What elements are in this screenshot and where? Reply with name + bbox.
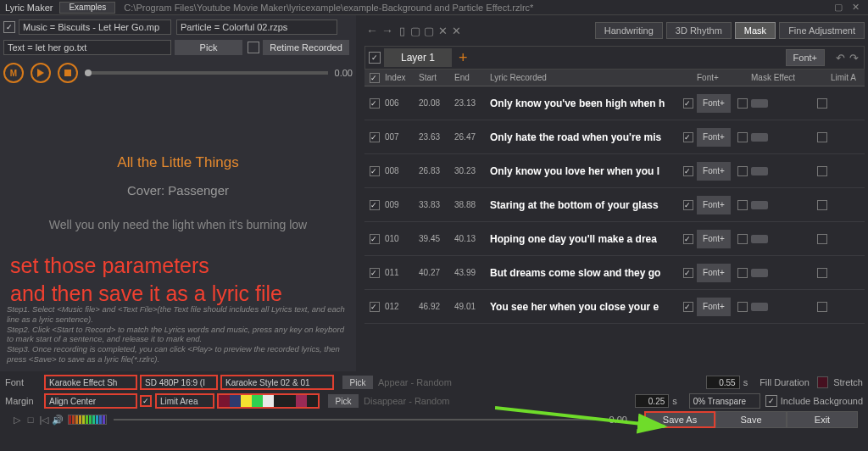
font-plus-button[interactable]: Font+	[697, 196, 731, 214]
exit-button[interactable]: Exit	[787, 411, 858, 428]
playbar-play-icon[interactable]: ▷	[10, 415, 24, 426]
row-checkbox[interactable]	[370, 268, 380, 278]
font-checkbox[interactable]	[683, 98, 693, 109]
save-button[interactable]: Save	[715, 411, 787, 428]
forward-arrow-icon[interactable]: →	[380, 24, 395, 37]
window-controls[interactable]: ▢ ✕	[834, 2, 863, 13]
color-swatch[interactable]	[263, 395, 274, 407]
table-row[interactable]: 00723.6326.47Only hate the road when you…	[364, 120, 865, 154]
row-checkbox[interactable]	[370, 200, 380, 210]
mask-swatch[interactable]	[751, 99, 768, 108]
mask-checkbox[interactable]	[737, 302, 748, 312]
progress-slider[interactable]	[85, 71, 328, 75]
align-dropdown[interactable]: Align Center	[44, 393, 137, 409]
play-button[interactable]	[31, 63, 51, 83]
marker-button[interactable]: M	[3, 63, 24, 83]
clear2-icon[interactable]: ✕	[449, 25, 463, 37]
table-row[interactable]: 00826.8330.23Only know you love her when…	[364, 154, 865, 188]
playbar-stop-icon[interactable]: □	[24, 415, 37, 425]
limit-checkbox[interactable]	[817, 200, 827, 210]
mask-swatch[interactable]	[751, 235, 768, 243]
redo-icon[interactable]: ↷	[847, 52, 860, 64]
pick-disappear-button[interactable]: Pick	[328, 394, 359, 408]
font-checkbox[interactable]	[683, 166, 693, 176]
fill-color-swatch[interactable]	[817, 376, 828, 388]
mask-checkbox[interactable]	[737, 268, 748, 278]
save-as-button[interactable]: Save As	[644, 411, 715, 428]
playbar-slider[interactable]	[114, 419, 603, 420]
clear-icon[interactable]: ✕	[436, 25, 449, 37]
add-layer-icon[interactable]: +	[459, 49, 468, 67]
appear-duration-input[interactable]	[706, 376, 740, 389]
karaoke-effect-dropdown[interactable]: Karaoke Effect Sh	[44, 375, 137, 390]
font-checkbox[interactable]	[683, 268, 693, 278]
table-row[interactable]: 00620.0823.13Only know you've been high …	[364, 86, 865, 120]
table-row[interactable]: 01140.2743.99But dreams come slow and th…	[364, 256, 865, 290]
color-swatches[interactable]	[217, 393, 320, 409]
font-plus-header[interactable]: Font+	[786, 49, 825, 66]
limit-checkbox[interactable]	[817, 98, 827, 109]
limit-checkbox[interactable]	[817, 166, 827, 176]
undo-icon[interactable]: ↶	[833, 52, 847, 64]
karaoke-style-dropdown[interactable]: Karaoke Style 02 & 01	[220, 375, 334, 390]
mask-swatch[interactable]	[751, 303, 768, 311]
row-checkbox[interactable]	[370, 234, 380, 244]
font-plus-button[interactable]: Font+	[697, 298, 731, 316]
font-plus-button[interactable]: Font+	[697, 230, 731, 248]
font-plus-button[interactable]: Font+	[697, 94, 731, 113]
mask-checkbox[interactable]	[737, 132, 748, 142]
examples-button[interactable]: Examples	[59, 2, 115, 14]
row-checkbox[interactable]	[370, 132, 380, 142]
retime-checkbox[interactable]	[248, 42, 259, 53]
fine-adjustment-button[interactable]: Fine Adjustment	[779, 22, 865, 39]
pick-text-button[interactable]: Pick	[175, 40, 242, 55]
3d-rhythm-button[interactable]: 3D Rhythm	[666, 22, 732, 39]
mask-checkbox[interactable]	[737, 98, 748, 109]
limit-checkbox[interactable]	[817, 268, 827, 278]
font-checkbox[interactable]	[683, 302, 693, 312]
table-row[interactable]: 00933.8338.88Staring at the bottom of yo…	[364, 188, 865, 222]
back-arrow-icon[interactable]: ←	[364, 24, 380, 37]
limit-checkbox[interactable]	[817, 234, 827, 244]
mask-swatch[interactable]	[751, 201, 768, 209]
pick-appear-button[interactable]: Pick	[342, 376, 373, 389]
limit-checkbox[interactable]	[817, 132, 827, 142]
select-all-checkbox[interactable]	[370, 73, 380, 83]
mask-swatch[interactable]	[751, 167, 768, 175]
mask-swatch[interactable]	[751, 133, 768, 142]
add-icon[interactable]: ▢	[409, 25, 422, 37]
del-icon[interactable]: ▢	[422, 25, 436, 37]
color-swatch[interactable]	[296, 395, 307, 407]
retime-recorded-button[interactable]: Retime Recorded	[263, 40, 349, 55]
disappear-value[interactable]: Disappear - Random	[364, 396, 635, 406]
table-row[interactable]: 01039.4540.13Hoping one day you'll make …	[364, 222, 865, 256]
stop-button[interactable]	[58, 63, 78, 83]
appear-value[interactable]: Appear - Random	[378, 377, 706, 387]
font-plus-button[interactable]: Font+	[697, 264, 731, 282]
mask-checkbox[interactable]	[737, 166, 748, 176]
mask-button[interactable]: Mask	[735, 22, 776, 39]
mask-checkbox[interactable]	[737, 200, 748, 210]
color-swatch[interactable]	[219, 395, 230, 407]
font-checkbox[interactable]	[683, 234, 693, 244]
resolution-dropdown[interactable]: SD 480P 16:9 (I	[140, 375, 218, 390]
transparent-dropdown[interactable]: 0% Transpare	[689, 393, 760, 409]
include-bg-checkbox[interactable]: ✓	[765, 395, 777, 407]
color-swatch[interactable]	[241, 395, 252, 407]
particle-field[interactable]	[176, 19, 337, 35]
playbar-prev-icon[interactable]: |◁	[37, 415, 51, 426]
layer-tab[interactable]: Layer 1	[384, 48, 452, 67]
music-checkbox[interactable]: ✓	[3, 21, 15, 33]
playbar-speaker-icon[interactable]: 🔊	[51, 415, 64, 426]
font-checkbox[interactable]	[683, 132, 693, 142]
limit-area-button[interactable]: Limit Area	[155, 393, 214, 409]
text-field[interactable]	[3, 40, 171, 55]
limit-area-checkbox[interactable]: ✓	[140, 395, 152, 407]
handwriting-button[interactable]: Handwriting	[595, 22, 663, 39]
row-checkbox[interactable]	[370, 98, 380, 109]
color-swatch[interactable]	[274, 395, 285, 407]
color-swatch[interactable]	[230, 395, 241, 407]
mask-checkbox[interactable]	[737, 234, 748, 244]
bookmark-icon[interactable]: ▯	[395, 25, 409, 37]
font-checkbox[interactable]	[683, 200, 693, 210]
